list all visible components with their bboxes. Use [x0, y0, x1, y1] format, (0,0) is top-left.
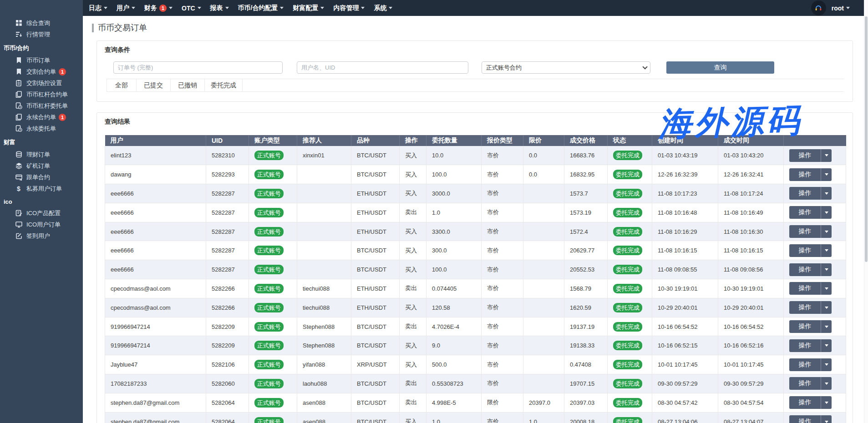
nav-item-9[interactable]: 系统: [369, 0, 397, 16]
scrollbar-thumb[interactable]: [865, 16, 868, 262]
row-action-button[interactable]: 操作: [789, 168, 832, 181]
row-action-caret[interactable]: [821, 396, 832, 409]
search-button[interactable]: 查询: [666, 61, 774, 74]
user-menu[interactable]: root: [832, 5, 850, 12]
sidebar-item-15[interactable]: $私募用户订单: [0, 183, 83, 194]
chevron-down-icon: [825, 402, 828, 404]
cell-dealt: 10-16 06:54:52: [718, 317, 784, 336]
chevron-down-icon: [320, 7, 324, 9]
tab-已提交[interactable]: 已提交: [136, 79, 170, 91]
avatar[interactable]: [811, 0, 826, 15]
row-action-button[interactable]: 操作: [789, 225, 832, 238]
row-action-button[interactable]: 操作: [789, 415, 832, 423]
row-action-caret[interactable]: [821, 168, 832, 181]
sidebar-item-18[interactable]: ICO用户订单: [0, 219, 83, 230]
row-action-label: 操作: [789, 149, 821, 162]
cell-actions: 操作: [784, 203, 846, 222]
row-action-caret[interactable]: [821, 206, 832, 219]
row-action-button[interactable]: 操作: [789, 358, 832, 371]
row-action-button[interactable]: 操作: [789, 339, 832, 352]
nav-item-7[interactable]: 财富配置: [288, 0, 329, 16]
nav-item-label: 用户: [117, 4, 129, 12]
sidebar-item-9[interactable]: 永续合约单1: [0, 111, 83, 123]
cell-dealt: 08-30 04:57:54: [718, 393, 784, 412]
sidebar-item-label: ICO用户订单: [26, 221, 61, 229]
cell-side: 买入: [400, 298, 426, 317]
cell-amount: 100.0: [426, 165, 482, 184]
nav-item-8[interactable]: 内容管理: [329, 0, 369, 16]
status-badge: 委托完成: [613, 322, 642, 332]
sidebar-item-1[interactable]: 综合查询: [0, 17, 83, 29]
account-type-badge: 正式账号: [254, 303, 284, 312]
row-action-caret[interactable]: [821, 149, 832, 162]
cell-side: 买入: [400, 260, 426, 279]
account-type-select[interactable]: 正式账号合约: [482, 61, 650, 74]
row-action-caret[interactable]: [821, 244, 832, 257]
cell-referrer: xinxin01: [297, 146, 351, 165]
sidebar-item-10[interactable]: 永续委托单: [0, 123, 83, 134]
col-header-8: 报价类型: [482, 135, 523, 146]
row-action-button[interactable]: 操作: [789, 244, 832, 257]
cell-side: 买入: [400, 222, 426, 241]
sidebar-item-13[interactable]: 矿机订单: [0, 160, 83, 171]
sidebar-item-label: 签到用户: [26, 232, 50, 240]
page-scrollbar[interactable]: [864, 0, 868, 423]
row-action-label: 操作: [789, 301, 821, 314]
row-action-button[interactable]: 操作: [789, 396, 832, 409]
row-action-button[interactable]: 操作: [789, 377, 832, 390]
chevron-down-icon: [825, 307, 828, 309]
row-action-button[interactable]: 操作: [789, 282, 832, 295]
sidebar-item-6[interactable]: 交割场控设置: [0, 77, 83, 89]
order-number-input[interactable]: [113, 61, 283, 74]
cell-price_type: 市价: [482, 298, 523, 317]
username-uid-input[interactable]: [297, 61, 468, 74]
cell-price: 16832.95: [564, 165, 608, 184]
row-action-caret[interactable]: [821, 282, 832, 295]
sidebar-item-5[interactable]: 交割合约单1: [0, 66, 83, 77]
row-action-button[interactable]: 操作: [789, 263, 832, 276]
sidebar-item-8[interactable]: 币币杠杆委托单: [0, 100, 83, 111]
row-action-caret[interactable]: [821, 358, 832, 371]
row-action-button[interactable]: 操作: [789, 320, 832, 333]
sidebar-item-7[interactable]: 币币杠杆合约单: [0, 89, 83, 100]
status-badge: 委托完成: [613, 189, 642, 198]
row-action-button[interactable]: 操作: [789, 206, 832, 219]
row-action-button[interactable]: 操作: [789, 301, 832, 314]
tab-已撤销[interactable]: 已撤销: [170, 79, 204, 91]
sidebar-item-19[interactable]: 签到用户: [0, 230, 83, 242]
main-content: 币币交易订单 查询条件 正式账号合约 查询 全部已提交已撤销委托完成 查询结果 …: [83, 16, 868, 423]
tab-全部[interactable]: 全部: [107, 79, 136, 91]
tab-委托完成[interactable]: 委托完成: [204, 79, 243, 91]
cell-amount: 120.58: [426, 298, 482, 317]
nav-item-6[interactable]: 币币/合约配置: [233, 0, 289, 16]
row-action-button[interactable]: 操作: [789, 187, 832, 200]
row-action-caret[interactable]: [821, 415, 832, 423]
row-action-label: 操作: [789, 225, 821, 238]
cell-price_type: 限价: [482, 393, 523, 412]
sidebar-item-12[interactable]: 理财订单: [0, 149, 83, 160]
cell-referrer: asen088: [297, 412, 351, 423]
nav-item-5[interactable]: 报表: [206, 0, 233, 16]
sidebar-item-2[interactable]: 行情管理: [0, 29, 83, 40]
row-action-caret[interactable]: [821, 320, 832, 333]
row-action-caret[interactable]: [821, 187, 832, 200]
sidebar-item-17[interactable]: ICO产品配置: [0, 207, 83, 219]
nav-item-1[interactable]: 日志: [83, 0, 112, 16]
nav-item-2[interactable]: 用户: [112, 0, 140, 16]
cell-dealt: 11-08 10:17:24: [718, 184, 784, 203]
sidebar-item-4[interactable]: 币币订单: [0, 55, 83, 66]
nav-item-4[interactable]: OTC: [177, 0, 206, 16]
cell-actions: 操作: [784, 336, 846, 355]
cell-user: cpecodmass@aol.com: [105, 298, 206, 317]
row-action-button[interactable]: 操作: [789, 149, 832, 162]
row-action-caret[interactable]: [821, 339, 832, 352]
row-action-caret[interactable]: [821, 377, 832, 390]
row-action-caret[interactable]: [821, 225, 832, 238]
row-action-caret[interactable]: [821, 263, 832, 276]
row-action-caret[interactable]: [821, 301, 832, 314]
nav-item-3[interactable]: 财务1: [140, 0, 177, 16]
user-name: root: [832, 5, 844, 12]
sidebar: 综合查询行情管理币币/合约币币订单交割合约单1交割场控设置币币杠杆合约单币币杠杆…: [0, 0, 83, 423]
bookmark-icon: [15, 68, 22, 75]
sidebar-item-14[interactable]: 跟单合约: [0, 171, 83, 183]
